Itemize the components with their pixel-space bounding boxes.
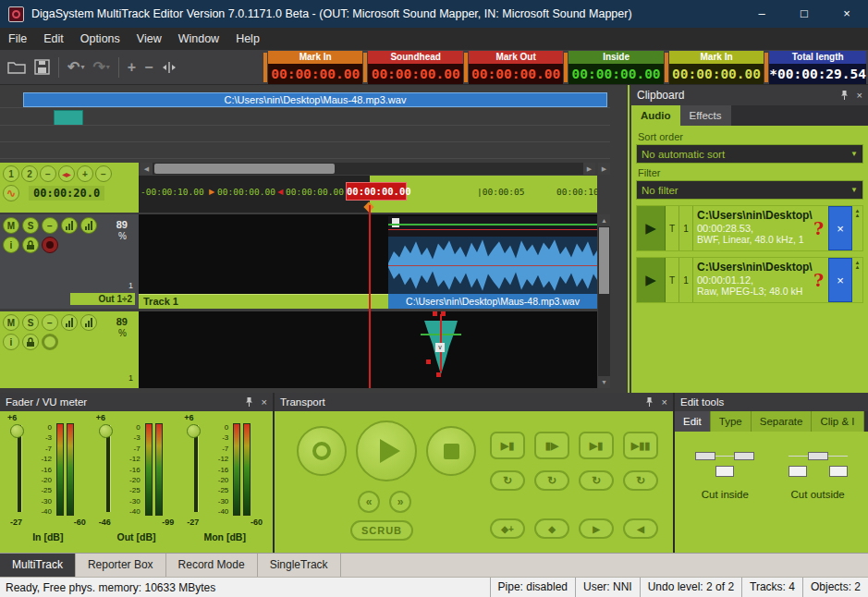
loop-button[interactable]: ↻ [534,470,569,491]
filter-select[interactable]: No filter ▼ [636,180,863,200]
tab-reporter-box[interactable]: Reporter Box [76,554,166,577]
open-folder-icon[interactable] [7,60,26,75]
tab-type[interactable]: Type [711,411,752,432]
menu-window[interactable]: Window [170,28,227,50]
play-around-button[interactable]: ▶▮▮ [623,432,658,459]
pin-icon[interactable] [244,396,254,408]
scroll-right-icon[interactable]: ▶ [583,163,595,175]
marker-1-button[interactable]: 1 [3,165,19,182]
scroll-down-icon[interactable]: ▼ [598,376,610,388]
tab-audio[interactable]: Audio [631,105,680,126]
minimize-button[interactable]: – [740,0,783,28]
menu-view[interactable]: View [128,28,170,50]
hscroll-thumb[interactable] [154,164,335,174]
scroll-right-extra-icon[interactable]: ▶ [598,163,610,175]
scroll-up-icon[interactable]: ▲ [598,214,610,226]
tab-edit[interactable]: Edit [675,411,711,432]
forward-button[interactable]: » [389,491,411,513]
stop-button[interactable] [426,426,476,476]
timeline-plus-button[interactable]: + [77,165,93,182]
remove-item-button[interactable]: × [828,206,852,250]
redo-icon[interactable]: ↷ ▾ [92,58,109,76]
meter-2-button[interactable] [80,217,97,234]
volume-envelope-line[interactable] [388,224,597,225]
next-marker-button[interactable]: ▶ [579,518,614,539]
mark-out-marker-icon[interactable]: ◀ [277,188,283,196]
loop-button[interactable]: ↻ [490,470,525,491]
pin-icon[interactable] [644,396,654,408]
add-marker-button[interactable]: ◆+ [490,518,525,539]
timeline-hscrollbar[interactable]: ◀ ▶ [141,163,595,175]
meter-button[interactable] [61,314,78,331]
fader-slider[interactable] [96,423,120,516]
pin-icon[interactable] [839,90,850,101]
fader-slider[interactable] [184,423,208,516]
goto-marks-button[interactable]: ◀▶ [58,165,75,182]
scroll-left-icon[interactable]: ◀ [141,163,153,175]
play-button[interactable]: ▶ [637,206,666,250]
zoom-out-icon[interactable]: − [144,59,153,76]
loop-button[interactable]: ↻ [579,470,614,491]
marker-box[interactable]: v [435,343,445,352]
record-button[interactable] [297,426,347,476]
zoom-in-icon[interactable]: + [128,59,136,76]
save-icon[interactable] [34,59,50,75]
record-arm-button[interactable] [42,237,58,253]
maximize-button[interactable]: □ [783,0,825,28]
play-selection-button[interactable]: ▶▮ [579,432,614,459]
tab-singletrack[interactable]: SingleTrack [258,554,341,577]
cut-outside-tool[interactable]: Cut outside [776,448,861,500]
audio-clip-2[interactable]: v [421,311,461,385]
mark-in-marker-icon[interactable]: ▶ [209,188,214,196]
lock-button[interactable] [22,237,39,253]
play-from-mark-button[interactable]: ▮▶ [534,432,569,459]
marker-2-button[interactable]: 2 [21,165,38,182]
mute-button[interactable]: M [3,217,19,234]
track-2-lane[interactable]: v [139,311,597,388]
tab-clip-insert[interactable]: Clip & I [812,411,863,432]
clipboard-item[interactable]: ▶ T 1 C:\Users\nin\Desktop\ 00:00:01.12,… [636,257,863,303]
play-button[interactable]: ▶ [637,258,666,302]
lock-button[interactable] [22,334,39,350]
timeline-minus-2-button[interactable]: − [95,165,112,182]
tab-separate[interactable]: Separate [752,411,813,432]
tab-record-mode[interactable]: Record Mode [166,554,258,577]
play-to-mark-button[interactable]: ▶▮ [490,432,525,459]
fader-handle[interactable] [10,424,24,438]
audio-clip-1[interactable] [388,216,597,294]
close-panel-icon[interactable]: × [857,90,862,101]
overview-file-bar[interactable]: C:\Users\nin\Desktop\Maus-48.mp3.wav [23,92,607,107]
meter-button[interactable] [61,217,78,234]
track-name-bar[interactable]: Track 1 [139,294,388,309]
sort-order-select[interactable]: No automatic sort ▼ [636,144,863,164]
timeline-minus-button[interactable]: − [40,165,56,182]
menu-edit[interactable]: Edit [35,28,72,50]
pan-envelope-line[interactable] [388,229,597,230]
overview-clip[interactable] [54,110,83,126]
cut-inside-tool[interactable]: Cut inside [682,448,767,500]
solo-button[interactable]: S [22,217,39,234]
scrub-button[interactable]: SCRUB [350,520,413,541]
scrub-wave-button[interactable]: ∿ [3,185,19,201]
output-routing-label[interactable]: Out 1÷2 [70,293,135,305]
close-panel-icon[interactable]: × [262,396,267,408]
play-button[interactable] [356,420,417,481]
vscroll-thumb[interactable] [599,227,609,294]
mute-button[interactable]: M [3,314,19,331]
tracks-vscrollbar[interactable]: ▲ ▼ [598,214,610,388]
clip-handle[interactable] [433,311,437,316]
playhead-time-box[interactable]: 00:00:00.00 [346,182,407,201]
solo-button[interactable]: S [22,314,39,331]
menu-file[interactable]: File [0,28,35,50]
menu-options[interactable]: Options [72,28,128,50]
timeline-ruler[interactable]: -00:00:10.00 ▶ 00:00:00.00 ◀ 00:00:00.00… [139,176,597,213]
prev-marker-button[interactable]: ◀ [623,518,658,539]
fader-handle[interactable] [99,424,113,438]
clip-title-bar[interactable]: C:\Users\nin\Desktop\Maus-48.mp3.wav [388,294,597,309]
collapse-item-icon[interactable]: ▲▲ [852,206,862,250]
collapse-button[interactable]: − [42,314,58,331]
close-panel-icon[interactable]: × [662,396,667,408]
track-1-lane[interactable] [139,214,597,294]
clipboard-item[interactable]: ▶ T 1 C:\Users\nin\Desktop\ 00:00:28.53,… [636,205,863,251]
clip-handle[interactable] [426,359,431,364]
